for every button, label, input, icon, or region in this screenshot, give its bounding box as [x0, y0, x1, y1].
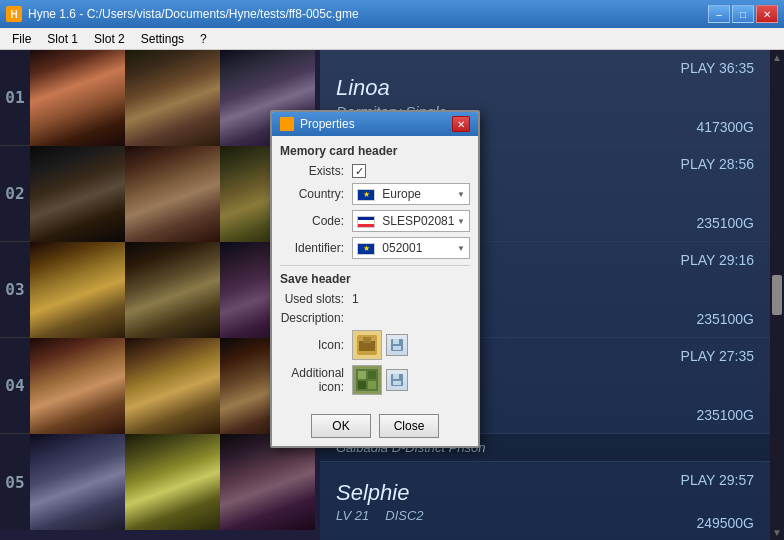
identifier-flag: ★: [357, 243, 375, 255]
additional-icon-area: [352, 365, 408, 395]
icon-preview-svg: [355, 333, 379, 357]
app-icon: H: [6, 6, 22, 22]
additional-icon-preview: [352, 365, 382, 395]
dialog-title-text: Properties: [300, 117, 355, 131]
ok-button[interactable]: OK: [311, 414, 371, 438]
dialog-icon: [280, 117, 294, 131]
menu-slot1[interactable]: Slot 1: [39, 30, 86, 48]
used-slots-value: 1: [352, 292, 359, 306]
svg-rect-10: [368, 381, 376, 389]
close-button[interactable]: ✕: [756, 5, 778, 23]
identifier-value: 052001: [382, 241, 422, 255]
code-flag: [357, 216, 375, 228]
info-gold-02: 235100G: [696, 215, 754, 231]
info-row-05: Selphie LV 21 DISC2 PLAY 29:57 249500G: [320, 462, 770, 540]
svg-rect-8: [368, 371, 376, 379]
svg-rect-12: [393, 374, 399, 379]
info-play-02: PLAY 28:56: [681, 156, 754, 172]
slot-02-img-a: [30, 146, 125, 242]
form-row-code: Code: SLESP02081 ▼: [280, 210, 470, 232]
slot-05-img-b: [125, 434, 220, 530]
info-gold-04: 235100G: [696, 407, 754, 423]
info-play-05: PLAY 29:57: [681, 472, 754, 488]
scroll-bar[interactable]: ▲ ▼: [770, 50, 784, 540]
svg-rect-2: [363, 337, 371, 343]
additional-icon-label: Additional icon:: [280, 366, 352, 394]
scroll-thumb[interactable]: [772, 275, 782, 315]
slot-05-img-a: [30, 434, 125, 530]
code-label: Code:: [280, 214, 352, 228]
country-select[interactable]: ★ Europe ▼: [352, 183, 470, 205]
scroll-up-arrow[interactable]: ▲: [772, 52, 782, 63]
code-select[interactable]: SLESP02081 ▼: [352, 210, 470, 232]
form-row-identifier: Identifier: ★ 052001 ▼: [280, 237, 470, 259]
info-gold-05: 249500G: [696, 515, 754, 531]
close-dialog-button[interactable]: Close: [379, 414, 439, 438]
code-select-arrow: ▼: [457, 217, 465, 226]
svg-rect-5: [393, 346, 401, 350]
slot-number-05: 05: [0, 434, 30, 530]
exists-checkbox[interactable]: ✓: [352, 164, 366, 178]
slot-04-img-a: [30, 338, 125, 434]
menu-settings[interactable]: Settings: [133, 30, 192, 48]
properties-dialog: Properties ✕ Memory card header Exists: …: [270, 110, 480, 448]
scroll-down-arrow[interactable]: ▼: [772, 527, 782, 538]
identifier-select[interactable]: ★ 052001 ▼: [352, 237, 470, 259]
identifier-select-arrow: ▼: [457, 244, 465, 253]
icon-save-button[interactable]: [386, 334, 408, 356]
info-gold-03: 235100G: [696, 311, 754, 327]
info-name-01: Linoa: [336, 75, 754, 101]
form-row-description: Description:: [280, 311, 470, 325]
slot-number-01: 01: [0, 50, 30, 145]
slot-02-img-b: [125, 146, 220, 242]
menu-file[interactable]: File: [4, 30, 39, 48]
country-select-arrow: ▼: [457, 190, 465, 199]
save-icon: [389, 337, 405, 353]
svg-rect-4: [393, 339, 399, 344]
icon-area: [352, 330, 408, 360]
svg-rect-9: [358, 381, 366, 389]
slot-row-05[interactable]: 05: [0, 434, 320, 530]
info-disc-05: DISC2: [385, 508, 423, 523]
section-save-header: Save header: [280, 272, 470, 286]
form-row-country: Country: ★ Europe ▼: [280, 183, 470, 205]
main-content: 01 02 03: [0, 50, 784, 540]
info-play-03: PLAY 29:16: [681, 252, 754, 268]
dialog-buttons: OK Close: [272, 408, 478, 446]
dialog-body: Memory card header Exists: ✓ Country: ★ …: [272, 136, 478, 408]
section-memory-header: Memory card header: [280, 144, 470, 158]
form-row-additional-icon: Additional icon:: [280, 365, 470, 395]
save-icon-2: [389, 372, 405, 388]
additional-icon-svg: [355, 368, 379, 392]
title-bar-buttons: – □ ✕: [708, 5, 778, 23]
slot-01-img-b: [125, 50, 220, 146]
description-label: Description:: [280, 311, 352, 325]
slot-number-04: 04: [0, 338, 30, 433]
icon-preview: [352, 330, 382, 360]
slot-images-05: [30, 434, 320, 530]
menu-help[interactable]: ?: [192, 30, 215, 48]
menu-bar: File Slot 1 Slot 2 Settings ?: [0, 28, 784, 50]
form-row-used-slots: Used slots: 1: [280, 292, 470, 306]
country-flag: ★: [357, 189, 375, 201]
slot-number-03: 03: [0, 242, 30, 337]
info-sub-row-05: LV 21 DISC2: [336, 508, 754, 523]
dialog-close-button[interactable]: ✕: [452, 116, 470, 132]
minimize-button[interactable]: –: [708, 5, 730, 23]
country-value: Europe: [382, 187, 421, 201]
title-bar-text: Hyne 1.6 - C:/Users/vista/Documents/Hyne…: [28, 7, 708, 21]
svg-rect-13: [393, 381, 401, 385]
dialog-title-bar: Properties ✕: [272, 112, 478, 136]
info-gold-01: 417300G: [696, 119, 754, 135]
title-bar: H Hyne 1.6 - C:/Users/vista/Documents/Hy…: [0, 0, 784, 28]
used-slots-label: Used slots:: [280, 292, 352, 306]
slot-04-img-b: [125, 338, 220, 434]
maximize-button[interactable]: □: [732, 5, 754, 23]
svg-rect-7: [358, 371, 366, 379]
menu-slot2[interactable]: Slot 2: [86, 30, 133, 48]
slot-03-img-a: [30, 242, 125, 338]
slot-number-02: 02: [0, 146, 30, 241]
code-value: SLESP02081: [382, 214, 454, 228]
additional-icon-save-button[interactable]: [386, 369, 408, 391]
info-play-01: PLAY 36:35: [681, 60, 754, 76]
